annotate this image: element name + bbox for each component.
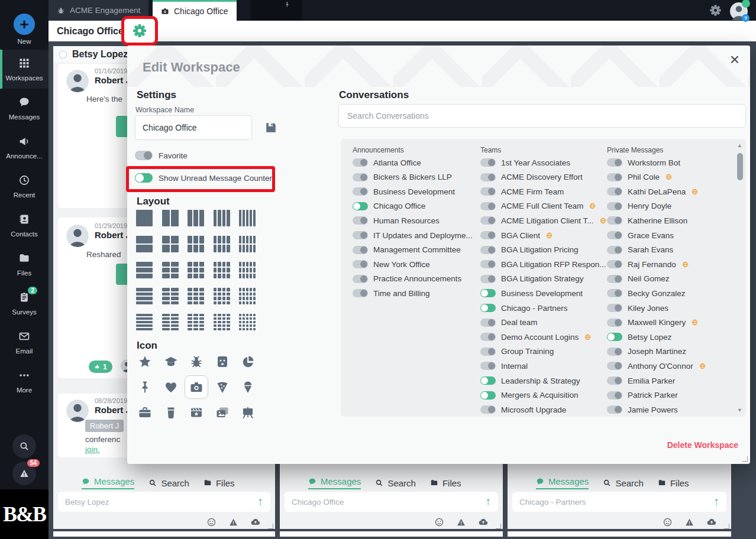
priority-warning-icon[interactable] (684, 517, 694, 527)
settings-gear-icon[interactable] (709, 4, 722, 17)
conversation-toggle[interactable] (607, 319, 622, 327)
icon-option-graduation-cap[interactable] (162, 353, 180, 371)
emoji-icon[interactable] (663, 517, 673, 527)
conversation-toggle[interactable] (353, 231, 368, 239)
panel-resize-handle[interactable] (724, 524, 729, 529)
layout-option-2x5[interactable] (239, 236, 256, 252)
conversation-toggle[interactable] (607, 187, 622, 196)
compose-tab-messages[interactable]: Messages (308, 476, 361, 489)
conversation-toggle[interactable] (480, 333, 496, 341)
message-input[interactable]: Chicago - Partners↑ (512, 492, 726, 512)
conversation-toggle[interactable] (607, 275, 622, 283)
conversation-toggle[interactable] (607, 304, 622, 312)
compose-tab-search[interactable]: Search (375, 478, 416, 488)
global-search-button[interactable] (12, 434, 36, 458)
conversation-toggle[interactable] (607, 216, 622, 225)
conversation-toggle[interactable] (480, 319, 496, 327)
scrollbar[interactable]: ▲ ▼ (736, 142, 744, 413)
layout-option-2x2[interactable] (162, 236, 179, 252)
cloud-upload-icon[interactable] (706, 517, 717, 527)
layout-option-1x4[interactable] (214, 210, 230, 226)
conversation-toggle[interactable] (353, 289, 368, 297)
conversations-search-input[interactable] (338, 104, 746, 128)
workspace-name-input[interactable] (135, 115, 252, 140)
conversation-toggle[interactable] (607, 246, 622, 254)
conversation-toggle[interactable] (607, 405, 622, 414)
conversation-toggle[interactable] (353, 173, 368, 181)
cloud-upload-icon[interactable] (250, 517, 261, 527)
conversation-toggle[interactable] (480, 275, 496, 283)
sidebar-item-workspaces[interactable]: Workspaces (0, 50, 49, 89)
emoji-icon[interactable] (434, 517, 444, 527)
conversation-toggle[interactable] (480, 216, 496, 225)
layout-option-4x2[interactable] (162, 288, 179, 304)
send-arrow-icon[interactable]: ↑ (258, 495, 264, 508)
priority-warning-icon[interactable] (228, 517, 238, 527)
layout-option-1x3[interactable] (188, 210, 204, 226)
conversation-toggle[interactable] (480, 173, 496, 181)
compose-tab-search[interactable]: Search (148, 478, 189, 488)
sidebar-item-messages[interactable]: Messages (0, 89, 49, 128)
layout-option-3x3[interactable] (188, 262, 204, 278)
layout-option-3x5[interactable] (239, 262, 256, 278)
icon-option-clapperboard[interactable] (188, 404, 205, 421)
sidebar-item-files[interactable]: Files (0, 245, 49, 284)
tab-chicago-office[interactable]: Chicago Office (153, 0, 237, 21)
conversation-toggle[interactable] (353, 158, 368, 167)
layout-option-4x5[interactable] (239, 288, 256, 304)
panel-resize-handle[interactable] (268, 524, 273, 529)
conversation-toggle[interactable] (480, 391, 496, 400)
conversation-toggle[interactable] (607, 202, 622, 210)
message-input[interactable]: Chicago Office↑ (285, 492, 498, 512)
conversation-toggle[interactable] (607, 348, 622, 356)
conversation-toggle[interactable] (480, 187, 496, 196)
conversation-toggle[interactable] (480, 260, 496, 268)
sidebar-item-new[interactable]: +New (0, 8, 49, 50)
layout-option-5x5[interactable] (239, 314, 256, 330)
favorite-toggle[interactable] (135, 151, 153, 160)
alerts-button[interactable]: 54 (12, 462, 36, 485)
conversation-toggle[interactable] (607, 260, 622, 268)
conversation-toggle[interactable] (607, 391, 622, 400)
layout-option-3x4[interactable] (214, 262, 230, 278)
icon-option-pizza[interactable] (214, 378, 231, 396)
conversation-toggle[interactable] (480, 289, 496, 297)
icon-option-heart[interactable] (162, 378, 180, 396)
priority-warning-icon[interactable] (456, 517, 466, 527)
compose-tab-messages[interactable]: Messages (82, 476, 134, 489)
conversation-toggle[interactable] (480, 362, 496, 370)
icon-option-ice-cream[interactable] (239, 378, 257, 396)
compose-tab-files[interactable]: Files (430, 478, 461, 488)
layout-option-5x4[interactable] (214, 314, 230, 330)
layout-option-2x1[interactable] (136, 236, 153, 252)
user-avatar[interactable]: ? (730, 2, 748, 20)
sidebar-item-announcements[interactable]: Announce... (0, 128, 49, 167)
conversation-toggle[interactable] (607, 158, 622, 167)
send-arrow-icon[interactable]: ↑ (486, 495, 492, 508)
reaction-pill[interactable]: 1 (89, 361, 112, 373)
icon-option-camera[interactable] (185, 375, 208, 399)
message-input[interactable]: Betsy Lopez↑ (58, 492, 270, 512)
workspace-settings-gear-icon[interactable] (133, 24, 147, 38)
conversation-toggle[interactable] (607, 362, 622, 370)
conversation-toggle[interactable] (480, 158, 496, 167)
icon-option-bug[interactable] (188, 353, 205, 371)
layout-option-2x4[interactable] (214, 236, 230, 252)
conversation-toggle[interactable] (353, 216, 368, 225)
conversation-toggle[interactable] (480, 376, 496, 385)
compose-tab-files[interactable]: Files (658, 478, 689, 488)
conversation-toggle[interactable] (480, 348, 496, 356)
conversation-toggle[interactable] (607, 333, 622, 341)
conversation-toggle[interactable] (353, 187, 368, 196)
join-link[interactable]: join. (85, 445, 100, 454)
layout-option-5x3[interactable] (188, 314, 204, 330)
conversation-toggle[interactable] (480, 304, 496, 312)
layout-option-3x1[interactable] (136, 262, 153, 278)
layout-option-4x1[interactable] (136, 288, 153, 304)
conversation-toggle[interactable] (353, 260, 368, 268)
icon-option-outlet[interactable] (214, 353, 231, 371)
conversation-toggle[interactable] (480, 231, 496, 239)
layout-option-4x4[interactable] (214, 288, 230, 304)
firm-logo[interactable]: B&B (0, 489, 49, 539)
scroll-up-icon[interactable]: ▲ (737, 142, 742, 148)
